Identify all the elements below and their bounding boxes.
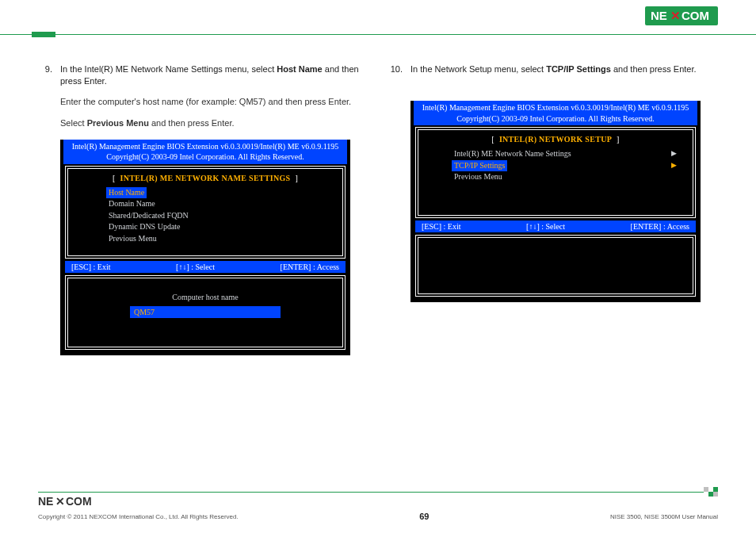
- bios-screen-left: Intel(R) Management Engine BIOS Extensio…: [60, 140, 350, 356]
- step-text: In the Intel(R) ME Network Name Settings…: [60, 63, 368, 88]
- bios-status-bar: [ESC] : Exit [↑↓] : Select [ENTER] : Acc…: [65, 261, 346, 273]
- right-column: 10. In the Network Setup menu, select TC…: [388, 63, 718, 485]
- status-enter: [ENTER] : Access: [281, 263, 339, 271]
- bios-title: [INTEL(R) NETWORK SETUP]: [425, 135, 686, 144]
- menu-item-tcpip: TCP/IP Settings: [452, 160, 507, 172]
- bios-header-line1: Intel(R) Management Engine BIOS Extensio…: [417, 102, 694, 113]
- menu-item-fqdn[interactable]: Shared/Dedicated FQDN: [106, 210, 191, 222]
- menu-item-prev: Previous Menu: [452, 171, 505, 183]
- menu-row[interactable]: TCP/IP Settings ▶: [452, 160, 680, 172]
- bios-panel-menu: [INTEL(R) NETWORK SETUP] Intel(R) ME Net…: [415, 127, 696, 218]
- step-10: 10. In the Network Setup menu, select TC…: [388, 63, 718, 75]
- bios-status-bar: [ESC] : Exit [↑↓] : Select [ENTER] : Acc…: [415, 220, 696, 232]
- menu-row[interactable]: Intel(R) ME Network Name Settings ▶: [452, 148, 680, 160]
- bios-title-text: INTEL(R) NETWORK SETUP: [499, 135, 612, 144]
- bios-header-line1: Intel(R) Management Engine BIOS Extensio…: [67, 141, 344, 152]
- menu-item-domain[interactable]: Domain Name: [106, 198, 158, 210]
- svg-text:NE: NE: [651, 9, 667, 22]
- bios-header: Intel(R) Management Engine BIOS Extensio…: [414, 101, 697, 125]
- svg-text:✕: ✕: [55, 495, 65, 508]
- svg-text:COM: COM: [682, 9, 709, 22]
- left-column: 9. In the Intel(R) ME Network Name Setti…: [38, 63, 368, 485]
- bios-panel-input: Computer host name QM57: [65, 275, 346, 350]
- bios-panel-menu: [INTEL(R) ME NETWORK NAME SETTINGS] Host…: [65, 166, 346, 259]
- content-area: 9. In the Intel(R) ME Network Name Setti…: [38, 63, 718, 485]
- logo-header: NE ✕ COM: [645, 6, 718, 25]
- step-9: 9. In the Intel(R) ME Network Name Setti…: [38, 63, 368, 88]
- text: and then press Enter.: [149, 118, 235, 128]
- nexcom-logo-icon: NE ✕ COM: [38, 495, 97, 508]
- chevron-right-icon: ▶: [671, 148, 677, 159]
- bios-menu-list: Intel(R) ME Network Name Settings ▶ TCP/…: [452, 148, 680, 183]
- text: In the Intel(R) ME Network Name Settings…: [60, 64, 277, 74]
- svg-text:COM: COM: [66, 495, 92, 508]
- text: In the Network Setup menu, select: [410, 64, 546, 74]
- footer: Copyright © 2011 NEXCOM International Co…: [38, 512, 718, 521]
- input-value: QM57: [134, 308, 155, 316]
- menu-item-netname: Intel(R) ME Network Name Settings: [452, 148, 574, 160]
- step-number: 10.: [388, 63, 403, 75]
- copyright: Copyright © 2011 NEXCOM International Co…: [38, 513, 239, 520]
- chevron-right-icon: ▶: [671, 160, 677, 171]
- page-number: 69: [419, 512, 429, 521]
- status-select: [↑↓] : Select: [176, 263, 215, 271]
- manual-title: NISE 3500, NISE 3500M User Manual: [610, 513, 718, 520]
- bios-title: [INTEL(R) ME NETWORK NAME SETTINGS]: [74, 174, 336, 182]
- bios-panel-empty: [415, 235, 696, 297]
- menu-item-prev[interactable]: Previous Menu: [106, 233, 159, 245]
- footer-rule: [38, 492, 718, 493]
- bios-header-line2: Copyright(C) 2003-09 Intel Corporation. …: [417, 113, 694, 125]
- footer-blocks-icon: [704, 492, 718, 497]
- header-tab: [32, 32, 55, 37]
- input-label: Computer host name: [74, 293, 336, 301]
- bios-menu-list: Host Name Domain Name Shared/Dedicated F…: [106, 187, 336, 245]
- text: Select: [60, 118, 87, 128]
- menu-row[interactable]: Previous Menu: [452, 171, 680, 183]
- logo-footer: NE ✕ COM: [38, 495, 97, 508]
- hostname-input[interactable]: QM57: [130, 306, 281, 318]
- status-select: [↑↓] : Select: [526, 222, 565, 231]
- menu-item-dns[interactable]: Dynamic DNS Update: [106, 221, 183, 233]
- text: and then press Enter.: [611, 64, 697, 74]
- paragraph: Enter the computer's host name (for exam…: [38, 96, 368, 108]
- bios-title-text: INTEL(R) ME NETWORK NAME SETTINGS: [120, 174, 291, 182]
- svg-text:NE: NE: [38, 495, 53, 508]
- status-enter: [ENTER] : Access: [631, 222, 689, 231]
- bios-header-line2: Copyright(C) 2003-09 Intel Corporation. …: [67, 151, 344, 163]
- bios-header: Intel(R) Management Engine BIOS Extensio…: [63, 140, 347, 164]
- status-esc: [ESC] : Exit: [71, 263, 110, 271]
- bold: Previous Menu: [87, 118, 149, 128]
- paragraph: Select Previous Menu and then press Ente…: [38, 117, 368, 129]
- header-rule: [0, 6, 756, 35]
- status-esc: [ESC] : Exit: [422, 222, 460, 231]
- bold: Host Name: [277, 64, 322, 74]
- menu-item-hostname[interactable]: Host Name: [106, 187, 147, 199]
- step-number: 9.: [38, 63, 52, 88]
- bios-screen-right: Intel(R) Management Engine BIOS Extensio…: [410, 101, 701, 302]
- nexcom-logo-icon: NE ✕ COM: [645, 6, 718, 25]
- svg-text:✕: ✕: [670, 9, 681, 22]
- bold: TCP/IP Settings: [546, 64, 611, 74]
- step-text: In the Network Setup menu, select TCP/IP…: [410, 63, 718, 75]
